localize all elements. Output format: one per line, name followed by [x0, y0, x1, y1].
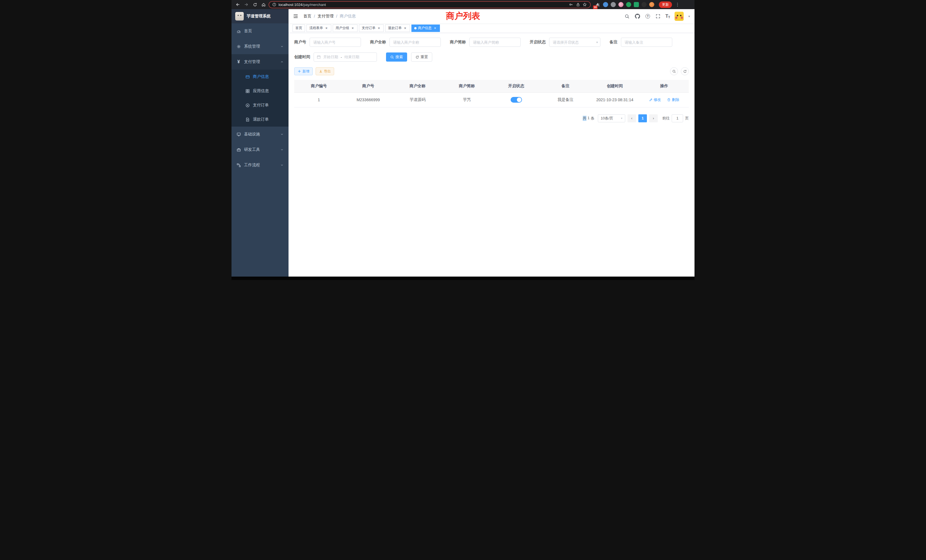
edit-link[interactable]: 修改 — [649, 97, 661, 102]
add-button[interactable]: 新增 — [294, 67, 313, 75]
url-path: /pay/merchant — [303, 3, 326, 7]
tab-home[interactable]: 首页 — [292, 24, 305, 32]
col-header: 开启状态 — [492, 80, 541, 92]
tab-process-form[interactable]: 流程表单 × — [307, 24, 331, 32]
extension-icon-green-circle[interactable] — [626, 2, 631, 7]
remark-input[interactable] — [621, 38, 672, 47]
url-text[interactable]: localhost:1024/pay/merchant — [278, 3, 566, 7]
sidebar-item-home[interactable]: 首页 — [232, 23, 289, 39]
bookmark-star-icon[interactable] — [582, 1, 587, 8]
page-size-select[interactable]: 10条/页 ▾ — [598, 114, 625, 122]
next-page-button[interactable]: › — [649, 114, 658, 122]
sidebar-item-workflow[interactable]: 工作流程 — [232, 157, 289, 173]
tab-pay-orders[interactable]: 支付订单 × — [359, 24, 384, 32]
payment-submenu: 商户信息 应用信息 支付订单 — [232, 70, 289, 127]
chevron-down-icon — [280, 163, 284, 167]
plus-icon — [298, 70, 301, 73]
extensions-puzzle-icon[interactable]: 10 — [595, 1, 601, 8]
extension-icon-gray[interactable] — [611, 2, 616, 7]
page-1-button[interactable]: 1 — [639, 114, 647, 122]
full-name-label: 商户全称 — [370, 39, 386, 45]
close-icon[interactable]: × — [324, 26, 328, 30]
share-icon[interactable] — [575, 1, 581, 8]
tab-refund-orders[interactable]: 退款订单 × — [385, 24, 410, 32]
address-bar[interactable]: localhost:1024/pay/merchant — [269, 1, 591, 8]
export-button-label: 导出 — [324, 69, 331, 74]
breadcrumb-home[interactable]: 首页 — [303, 14, 311, 19]
browser-profile-avatar[interactable] — [649, 2, 654, 7]
sidebar: 芋道管理系统 首页 系统管理 — [232, 9, 289, 277]
sidebar-item-merchant-info[interactable]: 商户信息 — [232, 70, 289, 84]
help-icon[interactable]: ? — [645, 14, 651, 19]
tab-merchant-info[interactable]: 商户信息 × — [412, 24, 440, 32]
reload-icon[interactable] — [251, 1, 258, 8]
caret-down-icon[interactable]: ▾ — [688, 15, 690, 18]
cell-merchant-id: 1 — [294, 92, 343, 107]
cell-remark: 我是备注 — [541, 92, 590, 107]
pagination-total: 共 1 条 — [583, 116, 595, 121]
tab-user-group[interactable]: 用户分组 × — [333, 24, 357, 32]
question-glyph: ? — [646, 14, 650, 18]
refresh-table-button[interactable] — [681, 67, 689, 75]
sidebar-item-infra[interactable]: 基础设施 — [232, 127, 289, 142]
date-range-picker[interactable]: 开始日期 - 结束日期 — [313, 53, 377, 62]
menu-fold-icon[interactable] — [293, 14, 298, 19]
status-toggle[interactable] — [511, 97, 522, 103]
extension-icon-green-square[interactable] — [634, 2, 639, 7]
browser-menu-icon[interactable]: ⋮ — [674, 2, 681, 7]
merchant-no-input[interactable] — [310, 38, 361, 47]
status-select[interactable] — [549, 38, 601, 47]
add-button-label: 新增 — [303, 69, 309, 74]
full-name-input[interactable] — [389, 38, 441, 47]
prev-page-button[interactable]: ‹ — [628, 114, 636, 122]
user-avatar[interactable] — [675, 12, 684, 21]
close-icon[interactable]: × — [351, 26, 355, 30]
font-size-icon[interactable]: TT — [666, 14, 670, 19]
password-key-icon[interactable] — [569, 1, 573, 8]
sidebar-item-payment[interactable]: ¥ 支付管理 — [232, 54, 289, 70]
sidebar-item-pay-orders[interactable]: 支付订单 — [232, 98, 289, 112]
goto-label: 前往 — [662, 116, 670, 121]
github-icon[interactable] — [635, 14, 640, 19]
sidebar-item-app-info[interactable]: 应用信息 — [232, 84, 289, 98]
sidebar-item-refund-orders[interactable]: 退款订单 — [232, 112, 289, 127]
update-button[interactable]: 更新 — [659, 2, 672, 8]
breadcrumb-separator: / — [336, 14, 337, 18]
close-icon[interactable]: × — [377, 26, 381, 30]
goto-page-input[interactable] — [672, 114, 683, 122]
extension-icon-pin[interactable] — [642, 2, 647, 7]
sidebar-item-system[interactable]: 系统管理 — [232, 39, 289, 54]
sidebar-item-label: 基础设施 — [244, 132, 260, 137]
extension-icon-pink[interactable] — [618, 2, 623, 7]
fullscreen-icon[interactable] — [655, 14, 661, 19]
delete-link[interactable]: 删除 — [667, 97, 679, 102]
back-icon[interactable] — [235, 1, 241, 8]
home-icon[interactable] — [260, 1, 267, 8]
extension-icon-drop[interactable] — [603, 2, 608, 7]
sidebar-item-devtools[interactable]: 研发工具 — [232, 142, 289, 157]
close-icon[interactable]: × — [403, 26, 407, 30]
tab-label: 首页 — [295, 26, 302, 30]
reset-button[interactable]: 重置 — [411, 53, 432, 62]
app-title: 芋道管理系统 — [247, 14, 271, 19]
breadcrumb-separator: / — [314, 14, 315, 18]
search-icon — [390, 55, 394, 59]
search-icon[interactable] — [624, 14, 630, 19]
gear-icon — [236, 44, 241, 49]
refresh-icon — [683, 70, 687, 73]
workflow-icon — [236, 163, 241, 167]
export-button[interactable]: 导出 — [316, 67, 334, 75]
col-header: 商户号 — [343, 80, 393, 92]
breadcrumb-payment[interactable]: 支付管理 — [318, 14, 334, 19]
short-name-input[interactable] — [469, 38, 520, 47]
close-icon[interactable]: × — [433, 26, 437, 30]
toggle-search-button[interactable] — [670, 67, 678, 75]
site-info-icon[interactable] — [272, 2, 277, 7]
search-button[interactable]: 搜索 — [386, 53, 407, 62]
forward-icon[interactable] — [243, 1, 250, 8]
sidebar-item-label: 应用信息 — [253, 88, 269, 94]
sidebar-item-label: 退款订单 — [253, 117, 269, 122]
document-icon — [245, 117, 250, 122]
app-logo[interactable]: 芋道管理系统 — [232, 9, 289, 23]
col-header: 商户全称 — [393, 80, 442, 92]
